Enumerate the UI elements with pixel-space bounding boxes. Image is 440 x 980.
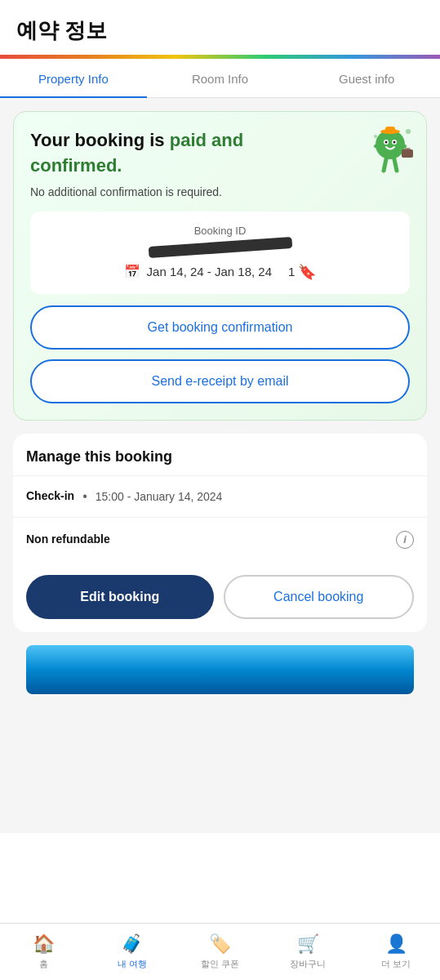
nav-travel-label: 내 여행: [118, 958, 147, 970]
booking-status-text: Your booking is paid and confirmed.: [30, 128, 315, 179]
svg-line-12: [394, 159, 397, 171]
nav-home-label: 홈: [39, 958, 48, 970]
home-icon: 🏠: [33, 933, 55, 955]
checkin-label: Check-in: [26, 489, 74, 502]
svg-point-4: [393, 141, 396, 144]
svg-rect-6: [385, 127, 395, 133]
tab-guest-info[interactable]: Guest info: [293, 59, 440, 97]
booking-action-buttons: Edit booking Cancel booking: [13, 562, 427, 632]
checkin-dot: •: [82, 489, 87, 504]
nav-cart-label: 장바구니: [290, 958, 326, 970]
ocean-image: [26, 645, 414, 694]
mascot-image: [359, 122, 416, 179]
page-title: 예약 정보: [16, 16, 424, 45]
header: 예약 정보: [0, 0, 440, 55]
nav-coupons[interactable]: 🏷️ 할인 쿠폰: [176, 924, 264, 980]
nav-coupons-label: 할인 쿠폰: [201, 958, 239, 970]
guest-count: 1 🔖: [288, 263, 316, 281]
nav-home[interactable]: 🏠 홈: [0, 924, 88, 980]
refund-policy-label: Non refundable: [26, 532, 110, 546]
svg-point-14: [406, 129, 411, 134]
cancel-booking-button[interactable]: Cancel booking: [224, 575, 415, 619]
svg-line-8: [398, 145, 405, 146]
person-icon: 🔖: [298, 263, 316, 281]
booking-id-label: Booking ID: [43, 225, 397, 237]
svg-rect-10: [404, 148, 411, 151]
nav-more[interactable]: 👤 더 보기: [352, 924, 440, 980]
manage-booking-section: Manage this booking Check-in • 15:00 - J…: [13, 434, 427, 632]
main-content: Your booking is paid and confirmed. No a…: [0, 98, 440, 833]
no-confirmation-text: No additional confirmation is required.: [30, 185, 410, 198]
manage-booking-title: Manage this booking: [13, 434, 427, 475]
svg-line-11: [384, 159, 386, 171]
profile-icon: 👤: [385, 933, 407, 955]
checkin-row: Check-in • 15:00 - January 14, 2024: [13, 475, 427, 517]
bottom-navigation: 🏠 홈 🧳 내 여행 🏷️ 할인 쿠폰 🛒 장바구니 👤 더 보기: [0, 923, 440, 980]
info-icon[interactable]: i: [396, 531, 414, 549]
refund-policy-row: Non refundable i: [13, 517, 427, 562]
edit-booking-button[interactable]: Edit booking: [26, 575, 214, 619]
nav-more-label: 더 보기: [381, 958, 411, 970]
nav-cart[interactable]: 🛒 장바구니: [264, 924, 352, 980]
booking-id-box: Booking ID 📅 Jan 14, 24 - Jan 18, 24 1 🔖: [30, 212, 410, 294]
cart-icon: 🛒: [297, 933, 319, 955]
booking-dates: 📅 Jan 14, 24 - Jan 18, 24 1 🔖: [43, 263, 397, 281]
tab-bar: Property Info Room Info Guest info: [0, 59, 440, 98]
tab-property-info[interactable]: Property Info: [0, 59, 147, 97]
tab-room-info[interactable]: Room Info: [147, 59, 294, 97]
nav-my-travel[interactable]: 🧳 내 여행: [88, 924, 176, 980]
booking-id-redacted: [43, 242, 397, 253]
svg-point-13: [374, 135, 377, 138]
checkin-value: 15:00 - January 14, 2024: [96, 490, 223, 503]
send-receipt-button[interactable]: Send e-receipt by email: [30, 359, 410, 403]
suitcase-icon: 🧳: [121, 933, 143, 955]
booking-confirmation-card: Your booking is paid and confirmed. No a…: [13, 111, 427, 421]
svg-point-3: [385, 141, 388, 144]
calendar-icon: 📅: [124, 264, 140, 279]
coupon-icon: 🏷️: [209, 933, 231, 955]
get-confirmation-button[interactable]: Get booking confirmation: [30, 305, 410, 350]
svg-line-7: [376, 145, 382, 146]
